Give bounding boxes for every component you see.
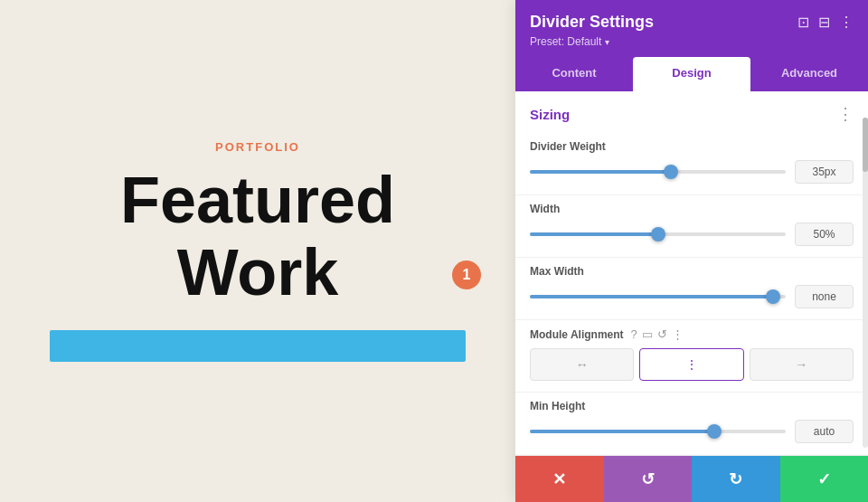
- max-width-slider-row: [530, 285, 854, 308]
- align-center-btn[interactable]: ⋮: [639, 348, 743, 381]
- confirm-button[interactable]: ✓: [780, 456, 869, 502]
- align-center-icon: ⋮: [685, 357, 698, 372]
- panel-footer: ✕ ↺ ↻ ✓: [515, 455, 868, 502]
- scroll-indicator: [863, 118, 868, 448]
- undo-icon: ↺: [641, 469, 655, 489]
- alignment-label-row: Module Alignment ? ▭ ↺ ⋮: [530, 327, 854, 341]
- divider-bar: [50, 330, 466, 362]
- width-thumb[interactable]: [651, 227, 665, 242]
- canvas-area: PORTFOLIO Featured Work 1: [0, 0, 515, 502]
- panel-header: Divider Settings ⊡ ⊟ ⋮ Preset: Default ▾: [515, 0, 868, 57]
- mobile-icon[interactable]: ▭: [642, 327, 653, 341]
- section-menu-icon[interactable]: ⋮: [837, 104, 854, 124]
- tab-advanced[interactable]: Advanced: [750, 57, 868, 91]
- align-right-icon: →: [795, 357, 807, 372]
- align-right-btn[interactable]: →: [750, 348, 854, 381]
- reset-icon[interactable]: ↺: [657, 327, 667, 341]
- divider-weight-label: Divider Weight: [530, 140, 854, 153]
- columns-icon[interactable]: ⊟: [818, 14, 830, 31]
- section-title: Sizing: [530, 107, 570, 122]
- confirm-icon: ✓: [817, 469, 831, 489]
- min-height-track[interactable]: [530, 430, 786, 433]
- width-control: Width: [515, 195, 868, 258]
- settings-panel: Divider Settings ⊡ ⊟ ⋮ Preset: Default ▾…: [515, 0, 868, 502]
- undo-button[interactable]: ↺: [604, 456, 693, 502]
- divider-weight-control: Divider Weight: [515, 133, 868, 195]
- tab-content[interactable]: Content: [515, 57, 633, 91]
- min-height-thumb[interactable]: [707, 424, 722, 439]
- width-slider-row: [530, 223, 854, 246]
- cancel-button[interactable]: ✕: [515, 456, 604, 502]
- panel-header-icons: ⊡ ⊟ ⋮: [797, 14, 854, 31]
- more-icon[interactable]: ⋮: [839, 14, 854, 31]
- preset-label[interactable]: Preset: Default ▾: [530, 35, 854, 48]
- divider-weight-thumb[interactable]: [664, 165, 678, 179]
- tab-design[interactable]: Design: [633, 57, 750, 91]
- portfolio-label: PORTFOLIO: [215, 140, 300, 154]
- cancel-icon: ✕: [552, 469, 566, 489]
- align-left-icon: ↔: [576, 357, 589, 372]
- divider-weight-input[interactable]: [795, 160, 854, 184]
- max-width-fill: [530, 295, 773, 298]
- panel-header-top: Divider Settings ⊡ ⊟ ⋮: [530, 13, 854, 32]
- redo-icon: ↻: [729, 469, 742, 489]
- panel-tabs: Content Design Advanced: [515, 57, 868, 91]
- min-height-control: Min Height: [515, 392, 868, 454]
- alignment-buttons: ↔ ⋮ →: [530, 348, 854, 381]
- width-label: Width: [530, 203, 854, 215]
- min-height-label: Min Height: [530, 400, 854, 412]
- help-icon[interactable]: ?: [631, 327, 637, 341]
- alignment-label: Module Alignment: [530, 328, 624, 341]
- featured-title: Featured Work: [36, 165, 479, 308]
- step-badge: 1: [452, 260, 481, 289]
- min-height-slider-row: [530, 420, 854, 443]
- sizing-section-header: Sizing ⋮: [515, 91, 868, 133]
- divider-weight-track[interactable]: [530, 170, 786, 174]
- alignment-icons: ? ▭ ↺ ⋮: [631, 327, 684, 341]
- redo-button[interactable]: ↻: [692, 456, 780, 502]
- width-input[interactable]: [795, 223, 854, 246]
- module-alignment-control: Module Alignment ? ▭ ↺ ⋮ ↔ ⋮ →: [515, 320, 868, 392]
- divider-weight-fill: [530, 170, 671, 174]
- max-width-input[interactable]: [795, 285, 854, 308]
- scroll-thumb: [863, 118, 868, 172]
- preset-arrow: ▾: [605, 37, 609, 47]
- fullscreen-icon[interactable]: ⊡: [797, 14, 809, 31]
- panel-body: Sizing ⋮ Divider Weight Width: [515, 91, 868, 455]
- max-width-track[interactable]: [530, 295, 786, 298]
- width-fill: [530, 232, 658, 236]
- max-width-label: Max Width: [530, 265, 854, 278]
- align-more-icon[interactable]: ⋮: [672, 327, 684, 341]
- min-height-fill: [530, 430, 714, 433]
- min-height-input[interactable]: [795, 420, 854, 443]
- width-track[interactable]: [530, 232, 786, 236]
- align-left-btn[interactable]: ↔: [530, 348, 634, 381]
- panel-title: Divider Settings: [530, 13, 654, 32]
- max-width-thumb[interactable]: [766, 289, 780, 304]
- max-width-control: Max Width: [515, 258, 868, 320]
- divider-weight-slider-row: [530, 160, 854, 184]
